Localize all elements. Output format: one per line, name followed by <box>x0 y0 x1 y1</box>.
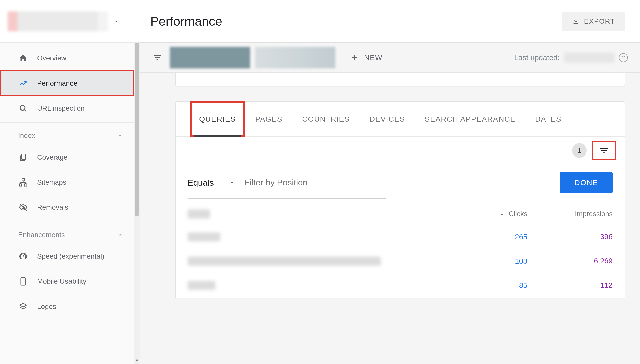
tab-dates[interactable]: DATES <box>527 102 570 136</box>
filter-list-icon[interactable] <box>152 53 162 63</box>
cell-clicks: 265 <box>447 232 527 241</box>
tab-devices[interactable]: DEVICES <box>361 102 413 136</box>
gauge-icon <box>18 251 28 261</box>
header-label-redacted <box>188 209 210 219</box>
scrollbar-thumb[interactable] <box>135 43 139 216</box>
query-text-redacted <box>188 281 215 290</box>
tab-label: QUERIES <box>199 115 236 123</box>
cell-impressions: 396 <box>527 232 613 241</box>
done-button[interactable]: DONE <box>560 172 613 193</box>
sort-descending-icon <box>499 211 505 217</box>
property-label-redacted <box>8 11 108 31</box>
sidebar-item-label: URL inspection <box>37 104 85 112</box>
sidebar: Overview Performance URL inspection Inde… <box>0 0 140 364</box>
impressions-label: Impressions <box>575 210 613 218</box>
sidebar-item-coverage[interactable]: Coverage <box>0 145 134 170</box>
tab-pages[interactable]: PAGES <box>247 102 291 136</box>
tab-label: COUNTRIES <box>302 115 350 123</box>
table-row[interactable]: 103 6,269 <box>176 249 625 273</box>
tab-queries[interactable]: QUERIES <box>191 102 244 136</box>
dimension-tabs: QUERIES PAGES COUNTRIES DEVICES SEARCH A… <box>176 102 625 137</box>
eye-off-icon <box>18 202 28 212</box>
layers-icon <box>18 302 28 312</box>
export-label: EXPORT <box>584 17 615 25</box>
content-area: QUERIES PAGES COUNTRIES DEVICES SEARCH A… <box>140 73 640 364</box>
last-updated-value-redacted <box>564 53 614 63</box>
sitemap-icon <box>18 177 28 187</box>
page-title: Performance <box>150 14 222 29</box>
document-copy-icon <box>18 152 28 162</box>
table-row[interactable]: 85 112 <box>176 273 625 298</box>
previous-card-bottom <box>175 73 625 86</box>
sidebar-item-label: Sitemaps <box>37 178 66 186</box>
filter-chip-redacted[interactable] <box>170 47 250 68</box>
tab-search-appearance[interactable]: SEARCH APPEARANCE <box>416 102 524 136</box>
column-header-clicks[interactable]: Clicks <box>447 210 527 218</box>
sidebar-item-label: Overview <box>37 54 66 62</box>
column-header-impressions[interactable]: Impressions <box>527 210 613 218</box>
filter-operator-dropdown[interactable]: Equals <box>188 178 235 188</box>
tab-countries[interactable]: COUNTRIES <box>294 102 358 136</box>
sidebar-item-label: Coverage <box>37 153 67 161</box>
app-root: Overview Performance URL inspection Inde… <box>0 0 640 364</box>
plus-icon <box>350 53 359 62</box>
queries-table: Clicks Impressions 265 396 103 6,269 <box>176 203 625 298</box>
export-button[interactable]: EXPORT <box>562 12 625 31</box>
phone-icon <box>18 276 28 286</box>
queries-card: QUERIES PAGES COUNTRIES DEVICES SEARCH A… <box>175 101 625 298</box>
sidebar-item-logos[interactable]: Logos <box>0 294 134 319</box>
filter-chip-redacted[interactable] <box>255 47 335 68</box>
svg-rect-3 <box>19 184 22 186</box>
active-filter-count[interactable]: 1 <box>572 143 587 158</box>
download-icon <box>572 17 580 25</box>
sidebar-item-overview[interactable]: Overview <box>0 46 134 71</box>
sidebar-scrollbar[interactable]: ▾ <box>134 43 140 364</box>
sidebar-item-speed[interactable]: Speed (experimental) <box>0 244 134 269</box>
sidebar-item-performance[interactable]: Performance <box>0 71 134 96</box>
cell-impressions: 112 <box>527 281 613 290</box>
sidebar-item-label: Mobile Usability <box>37 277 86 285</box>
divider <box>0 222 134 222</box>
sidebar-item-mobile-usability[interactable]: Mobile Usability <box>0 269 134 294</box>
cell-impressions: 6,269 <box>527 257 613 266</box>
sidebar-item-label: Speed (experimental) <box>37 252 104 260</box>
cell-clicks: 103 <box>447 257 527 266</box>
section-header-index[interactable]: Index <box>0 124 134 145</box>
search-icon <box>18 103 28 113</box>
position-filter-input[interactable] <box>242 175 553 191</box>
tab-label: DEVICES <box>369 115 405 123</box>
tab-label: SEARCH APPEARANCE <box>425 115 516 123</box>
table-filter-button[interactable] <box>593 142 615 159</box>
tab-label: PAGES <box>255 115 283 123</box>
svg-rect-4 <box>25 184 27 186</box>
tab-label: DATES <box>535 115 561 123</box>
column-header-query[interactable] <box>188 209 447 219</box>
scroll-down-arrow-icon[interactable]: ▾ <box>134 357 140 364</box>
done-label: DONE <box>574 178 598 187</box>
sidebar-item-sitemaps[interactable]: Sitemaps <box>0 170 134 195</box>
trending-up-icon <box>18 78 28 88</box>
filter-chips <box>170 47 335 68</box>
caret-down-icon <box>113 18 120 25</box>
operator-label: Equals <box>188 178 214 188</box>
help-icon[interactable]: ? <box>619 53 628 62</box>
section-title: Index <box>18 132 35 140</box>
sidebar-item-label: Performance <box>37 79 77 87</box>
clicks-label: Clicks <box>509 210 527 218</box>
section-title: Enhancements <box>18 231 65 239</box>
svg-point-0 <box>20 105 25 110</box>
chevron-up-icon <box>117 231 124 238</box>
section-header-enhancements[interactable]: Enhancements <box>0 223 134 244</box>
top-bar: Performance EXPORT <box>140 0 640 43</box>
sidebar-item-url-inspection[interactable]: URL inspection <box>0 96 134 121</box>
cell-clicks: 85 <box>447 281 527 290</box>
table-row[interactable]: 265 396 <box>176 225 625 249</box>
query-text-redacted <box>188 232 220 241</box>
property-selector[interactable] <box>0 0 140 43</box>
add-new-filter[interactable]: NEW <box>350 53 382 62</box>
position-filter-row: Equals DONE <box>176 164 625 198</box>
cell-query <box>188 232 447 241</box>
sidebar-item-removals[interactable]: Removals <box>0 195 134 220</box>
sidebar-scroll-region: Overview Performance URL inspection Inde… <box>0 43 140 364</box>
table-filter-top-row: 1 <box>176 137 625 164</box>
